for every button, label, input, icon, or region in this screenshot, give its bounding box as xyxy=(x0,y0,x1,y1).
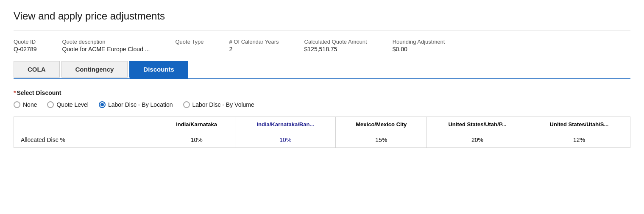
radio-none-label: None xyxy=(23,101,37,108)
cell-mexico: 15% xyxy=(336,132,427,148)
radio-quote-level-circle[interactable] xyxy=(47,101,54,108)
tab-discounts[interactable]: Discounts xyxy=(129,61,188,78)
calculated-amount-label: Calculated Quote Amount xyxy=(304,39,367,45)
meta-quote-id: Quote ID Q-02789 xyxy=(14,39,36,53)
radio-quote-level[interactable]: Quote Level xyxy=(47,101,89,108)
rounding-value: $0.00 xyxy=(393,46,445,53)
radio-labor-by-location-label: Labor Disc - By Location xyxy=(108,101,173,108)
radio-labor-by-location[interactable]: Labor Disc - By Location xyxy=(99,101,173,108)
meta-row: Quote ID Q-02789 Quote description Quote… xyxy=(14,39,630,53)
radio-quote-level-label: Quote Level xyxy=(56,101,89,108)
radio-labor-by-volume-label: Labor Disc - By Volume xyxy=(192,101,254,108)
table-header-india-karnataka-ban: India/Karnataka/Ban... xyxy=(235,117,336,132)
row-label-allocated-disc: Allocated Disc % xyxy=(14,132,158,148)
table-header-mexico: Mexico/Mexico City xyxy=(336,117,427,132)
tab-content-discounts: *Select Discount None Quote Level Labor … xyxy=(14,88,630,148)
meta-calculated-amount: Calculated Quote Amount $125,518.75 xyxy=(304,39,367,53)
calendar-years-value: 2 xyxy=(229,46,279,53)
radio-labor-by-volume-circle[interactable] xyxy=(183,101,190,108)
meta-rounding: Rounding Adjustment $0.00 xyxy=(393,39,445,53)
required-marker: * xyxy=(14,89,16,96)
table-header-empty xyxy=(14,117,158,132)
radio-labor-by-location-circle[interactable] xyxy=(99,101,106,108)
select-discount-label: *Select Discount xyxy=(14,89,630,96)
table-row: Allocated Disc % 10% 10% 15% 20% 12% xyxy=(14,132,630,148)
radio-labor-by-volume[interactable]: Labor Disc - By Volume xyxy=(183,101,254,108)
quote-id-value: Q-02789 xyxy=(14,46,36,53)
page-title: View and apply price adjustments xyxy=(14,10,630,22)
radio-none[interactable]: None xyxy=(14,101,37,108)
tabs-row: COLA Contingency Discounts xyxy=(14,61,630,78)
cell-india-karnataka: 10% xyxy=(158,132,235,148)
meta-quote-description: Quote description Quote for ACME Europe … xyxy=(62,39,150,53)
meta-calendar-years: # Of Calendar Years 2 xyxy=(229,39,279,53)
discount-radio-group: None Quote Level Labor Disc - By Locatio… xyxy=(14,101,630,108)
meta-quote-type: Quote Type xyxy=(175,39,204,53)
tab-cola[interactable]: COLA xyxy=(14,61,60,78)
tab-underline xyxy=(14,78,630,79)
cell-us-utah-p: 20% xyxy=(427,132,528,148)
discount-table: India/Karnataka India/Karnataka/Ban... M… xyxy=(14,117,630,148)
rounding-label: Rounding Adjustment xyxy=(393,39,445,45)
quote-description-value: Quote for ACME Europe Cloud ... xyxy=(62,46,150,53)
tab-contingency[interactable]: Contingency xyxy=(61,61,128,78)
page-container: View and apply price adjustments Quote I… xyxy=(0,0,644,214)
cell-india-karnataka-ban: 10% xyxy=(235,132,336,148)
cell-us-utah-s: 12% xyxy=(528,132,630,148)
table-header-india-karnataka: India/Karnataka xyxy=(158,117,235,132)
top-divider xyxy=(14,31,630,31)
calculated-amount-value: $125,518.75 xyxy=(304,46,367,53)
radio-none-circle[interactable] xyxy=(14,101,20,108)
table-header-row: India/Karnataka India/Karnataka/Ban... M… xyxy=(14,117,630,132)
quote-description-label: Quote description xyxy=(62,39,150,45)
quote-type-label: Quote Type xyxy=(175,39,204,45)
table-header-us-utah-p: United States/Utah/P... xyxy=(427,117,528,132)
table-header-us-utah-s: United States/Utah/S... xyxy=(528,117,630,132)
calendar-years-label: # Of Calendar Years xyxy=(229,39,279,45)
quote-id-label: Quote ID xyxy=(14,39,36,45)
